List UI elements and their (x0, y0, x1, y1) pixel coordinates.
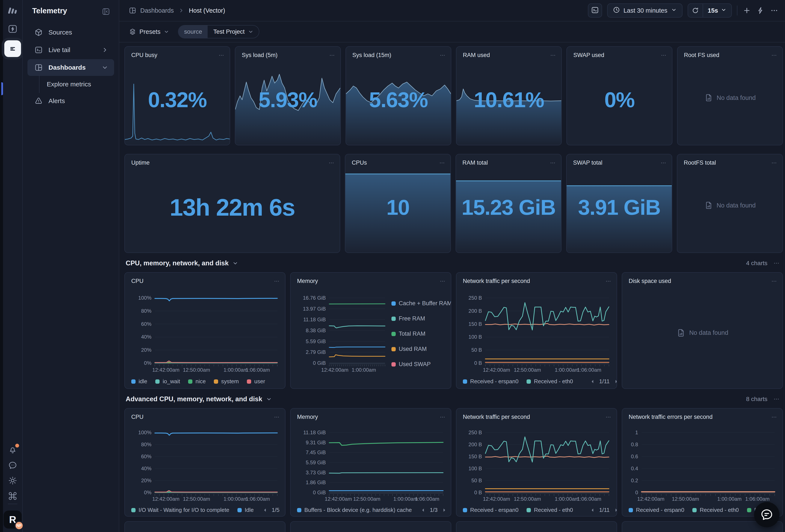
legend-item[interactable]: Received - erspan0 (629, 507, 684, 513)
section-collapse-button[interactable] (232, 260, 238, 266)
card-menu-button[interactable] (771, 278, 777, 285)
svg-text:1:06:00am: 1:06:00am (246, 367, 270, 373)
section-menu-button[interactable] (773, 260, 780, 267)
page-prev-button[interactable] (420, 507, 426, 513)
app-logo[interactable] (7, 5, 18, 16)
clock-icon (613, 6, 620, 15)
card-menu-button[interactable] (329, 52, 335, 58)
terminal-icon (34, 46, 43, 54)
legend-item[interactable]: Received - erspan0 (463, 507, 518, 513)
legend-item[interactable]: Received - eth0 (692, 507, 739, 513)
card-menu-button[interactable] (218, 52, 225, 58)
legend-item[interactable]: Used RAM (391, 346, 451, 352)
logs-view-icon[interactable] (4, 40, 21, 57)
page-next-button[interactable] (613, 378, 617, 385)
svg-text:0: 0 (635, 489, 638, 495)
logo-icon (7, 5, 18, 16)
presets-dropdown[interactable]: Presets (129, 28, 170, 35)
chev-d-icon (671, 7, 677, 13)
svg-text:0%: 0% (144, 360, 151, 366)
card-menu-button[interactable] (439, 278, 446, 285)
legend-item[interactable]: Received - eth0 (527, 378, 573, 385)
source-filter-key: source (178, 26, 208, 38)
section-collapse-button[interactable] (266, 396, 272, 402)
card-menu-button[interactable] (274, 414, 280, 420)
dots-icon (274, 278, 280, 285)
legend-item[interactable]: Received - erspan0 (463, 378, 518, 385)
grid-icon (129, 7, 136, 15)
stat-card: Sys load (15m)5.63% (346, 46, 451, 145)
legend-item[interactable]: io_wait (155, 378, 180, 385)
refresh-interval-select[interactable]: 15s (703, 7, 731, 15)
svg-text:0.4: 0.4 (631, 466, 638, 471)
legend-item[interactable]: Used SWAP (391, 361, 451, 368)
tri-l-icon (589, 378, 596, 385)
card-menu-button[interactable] (439, 414, 446, 420)
sidebar-item-dashboards[interactable]: Dashboards (27, 59, 114, 76)
page-next-button[interactable] (613, 507, 617, 513)
chat-fab[interactable] (754, 502, 779, 527)
sidebar-item-explore-metrics[interactable]: Explore metrics (27, 77, 114, 92)
legend-item[interactable]: Cache + Buffer RAM (391, 300, 451, 307)
legend-item[interactable]: Free RAM (391, 315, 451, 322)
card-menu-button[interactable] (771, 414, 777, 420)
card-menu-button[interactable] (550, 52, 556, 58)
chevron-right-icon (178, 7, 184, 14)
bolt-icon (756, 6, 765, 15)
chart-card: Network traffic errors per second10.80.6… (622, 408, 783, 516)
sidebar-collapse-button[interactable] (102, 7, 110, 17)
refresh-button[interactable] (688, 4, 703, 17)
card-menu-button[interactable] (771, 52, 777, 58)
more-options-button[interactable] (770, 6, 779, 15)
sidebar-item-live-tail[interactable]: Live tail (27, 42, 114, 58)
source-filter[interactable]: source Test Project (178, 25, 259, 38)
chart-card: Disk space usedNo data found (622, 272, 783, 389)
legend-item[interactable]: Received - eth0 (527, 507, 573, 513)
page-prev-button[interactable] (589, 507, 596, 513)
legend-item[interactable]: Buffers - Block device (e.g. harddisk) c… (297, 507, 412, 513)
terminal-panel-button[interactable] (588, 3, 602, 18)
legend-item[interactable]: nice (188, 378, 206, 385)
chev-d-icon (266, 396, 272, 402)
section-title: CPU, memory, network, and disk (126, 259, 229, 267)
card-menu-button[interactable] (605, 414, 611, 420)
legend-item[interactable]: I/O Wait - Waiting for I/O to complete (131, 507, 229, 513)
card-menu-button[interactable] (274, 278, 280, 285)
page-prev-button[interactable] (589, 378, 596, 385)
legend-item[interactable]: idle (131, 378, 147, 385)
notifications-icon[interactable] (8, 445, 17, 454)
user-avatar[interactable]: RNF (4, 511, 22, 529)
legend-label: nice (195, 378, 206, 385)
legend-item[interactable]: Total RAM (391, 330, 451, 337)
page-next-button[interactable] (441, 507, 448, 513)
card-menu-button[interactable] (328, 160, 335, 166)
shortcuts-icon[interactable] (8, 491, 17, 501)
card-menu-button[interactable] (439, 52, 446, 58)
card-menu-button[interactable] (550, 160, 556, 166)
sidebar-item-alerts[interactable]: Alerts (27, 92, 114, 109)
legend-item[interactable]: Idle (237, 507, 254, 513)
card-menu-button[interactable] (771, 160, 777, 166)
legend-item[interactable]: user (247, 378, 265, 385)
section-menu-button[interactable] (773, 396, 780, 402)
svg-text:0 GiB: 0 GiB (313, 360, 326, 366)
sidebar-item-sources[interactable]: Sources (27, 24, 114, 41)
time-range-picker[interactable]: Last 30 minutes (607, 3, 682, 18)
stat-card: SWAP total3.91 GiB (566, 154, 672, 253)
card-menu-button[interactable] (439, 160, 445, 166)
card-title: SWAP total (573, 159, 603, 166)
theme-toggle-icon[interactable] (8, 476, 17, 485)
card-menu-button[interactable] (660, 52, 667, 58)
feedback-icon[interactable] (8, 460, 17, 470)
tree-line (39, 75, 40, 93)
breadcrumb-root[interactable]: Dashboards (140, 7, 174, 14)
add-panel-button[interactable] (742, 6, 751, 15)
card-menu-button[interactable] (660, 160, 666, 166)
svg-text:12:50:00am: 12:50:00am (183, 496, 210, 502)
card-menu-button[interactable] (605, 278, 611, 285)
legend-item[interactable]: system (214, 378, 239, 385)
quick-action-button[interactable] (756, 6, 765, 15)
quick-actions-icon[interactable] (8, 24, 18, 34)
page-prev-button[interactable] (262, 507, 268, 513)
page-next-button[interactable] (283, 507, 285, 513)
